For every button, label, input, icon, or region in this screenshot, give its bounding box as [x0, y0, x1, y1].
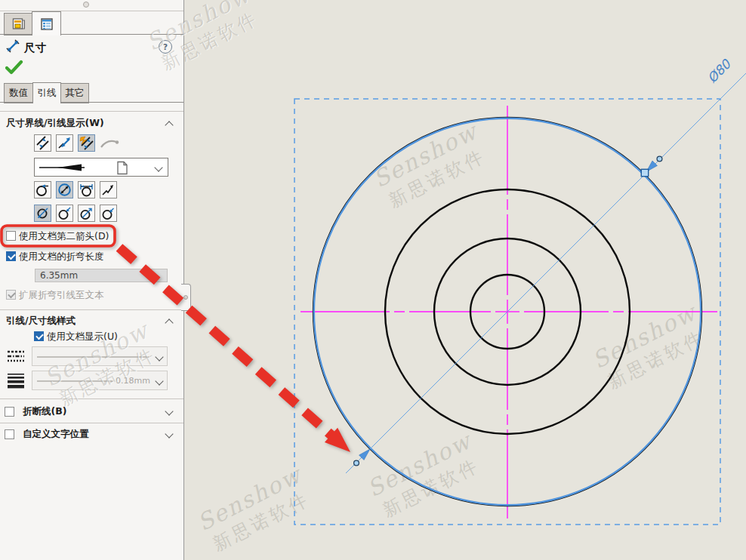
- arrow-inside-button[interactable]: [56, 181, 73, 198]
- second-arrow-label[interactable]: 使用文档第二箭头(D): [19, 230, 109, 243]
- custom-text-checkbox[interactable]: [5, 429, 14, 439]
- smart-witness-button[interactable]: [78, 134, 95, 152]
- jogged-leader-icon: [101, 183, 116, 197]
- arrow-handle-lower: [354, 460, 359, 466]
- pm-tab-strip-line: [0, 34, 183, 35]
- custom-text-title[interactable]: 自定义文字位置: [23, 428, 89, 441]
- panel-resize-handle[interactable]: [83, 2, 89, 8]
- watermark: Senshow 新思诺软件: [587, 298, 713, 395]
- dropdown-chevron-icon: [154, 164, 163, 173]
- smart-witness-icon: [79, 136, 94, 150]
- watermark: Senshow 新思诺软件: [362, 426, 488, 523]
- solid-arrow-left-icon: [38, 162, 91, 174]
- parameters-tab-icon: [12, 17, 26, 31]
- dropdown-chevron-icon: [155, 377, 164, 386]
- line-thickness-value: 0.18mm: [116, 376, 150, 386]
- tab-leaders-label: 引线: [38, 87, 57, 100]
- outside-witness-button[interactable]: [34, 134, 51, 152]
- section-divider: [0, 111, 183, 112]
- use-doc-display-label[interactable]: 使用文档显示(U): [47, 331, 118, 343]
- dimension-text[interactable]: Ø80: [704, 55, 735, 85]
- tab-other-label: 其它: [66, 87, 85, 100]
- collapse-witness-icon[interactable]: [165, 118, 174, 128]
- use-doc-display-checkbox[interactable]: [34, 331, 44, 341]
- line-thickness-dropdown: 0.18mm: [32, 371, 168, 390]
- second-arrow-checkbox[interactable]: [6, 231, 16, 241]
- section-divider: [0, 309, 183, 310]
- expand-custom-text-icon[interactable]: [165, 430, 174, 439]
- extend-bent-label: 扩展折弯引线至文本: [19, 289, 104, 302]
- expand-break-lines-icon[interactable]: [165, 408, 174, 417]
- witness-section-title: 尺寸界线/引线显示(W): [6, 117, 104, 130]
- arrow-style-dropdown[interactable]: [34, 158, 168, 177]
- section-divider: [0, 423, 183, 423]
- section-divider: [0, 398, 183, 399]
- dimension-icon: [5, 38, 20, 54]
- line-style-icon: [6, 348, 26, 365]
- parameters-tab[interactable]: [4, 13, 33, 35]
- break-lines-title[interactable]: 折断线(B): [23, 405, 66, 418]
- panel-top-divider: [0, 11, 183, 11]
- leader-style-section-title: 引线/尺寸线样式: [6, 315, 76, 328]
- line-thickness-preview: [37, 380, 113, 383]
- arrow-inside-icon: [57, 183, 72, 197]
- diameter-arrow-in-button[interactable]: [56, 205, 73, 222]
- property-manager-panel: Senshow 新思诺软件: [0, 0, 184, 560]
- diameter-open-arrow-icon: [79, 206, 94, 220]
- arrow-outside-button[interactable]: [34, 181, 51, 198]
- extend-bent-checkbox: [6, 290, 16, 300]
- dimension-properties-tab[interactable]: [32, 11, 61, 35]
- bend-length-checkbox[interactable]: [6, 251, 16, 261]
- line-thickness-icon: [6, 372, 26, 389]
- leader-witness-button[interactable]: [56, 134, 73, 152]
- ok-check-icon[interactable]: [5, 60, 23, 75]
- jogged-leader-button[interactable]: [100, 181, 117, 198]
- panel-splitter-handle[interactable]: [181, 284, 191, 311]
- bent-leader-disabled-icon: [100, 136, 119, 151]
- diameter-open-arrow-button[interactable]: [78, 205, 95, 222]
- tab-value-label: 数值: [9, 87, 28, 100]
- bend-length-label[interactable]: 使用文档的折弯长度: [19, 251, 104, 263]
- arrow-outside-icon: [35, 183, 50, 197]
- arrow-handle-upper: [657, 156, 662, 162]
- help-icon[interactable]: ?: [159, 40, 172, 54]
- diameter-hook-arrow-button[interactable]: [100, 205, 117, 222]
- collapse-leader-style-icon[interactable]: [165, 316, 174, 325]
- bend-length-field: 6.35mm: [35, 269, 168, 282]
- property-list-icon: [40, 17, 54, 31]
- watermark: Senshow 新思诺软件: [193, 460, 318, 557]
- leader-witness-icon: [57, 136, 72, 150]
- diameter-dimension-line[interactable]: [346, 73, 746, 473]
- tab-other[interactable]: 其它: [60, 83, 89, 103]
- dimension-arrow-lower[interactable]: [354, 449, 370, 466]
- diameter-hook-arrow-icon: [101, 206, 116, 220]
- break-lines-checkbox[interactable]: [5, 407, 14, 417]
- line-style-dropdown: [32, 346, 168, 366]
- outside-witness-icon: [35, 136, 50, 150]
- splitter-dot-icon: [183, 295, 188, 300]
- panel-title: 尺寸: [24, 41, 46, 55]
- attach-point-handle[interactable]: [641, 169, 648, 176]
- diameter-leader-through-button[interactable]: [34, 205, 51, 222]
- tab-value[interactable]: 数值: [4, 83, 33, 103]
- document-icon: [116, 161, 129, 175]
- line-style-preview: [37, 355, 149, 358]
- diameter-arrow-in-icon: [57, 206, 72, 220]
- tab-strip-line: [0, 102, 183, 103]
- watermark: Senshow 新思诺软件: [368, 117, 494, 214]
- drawing-viewport[interactable]: Senshow 新思诺软件 Senshow 新思诺软件 Senshow 新思诺软…: [184, 0, 746, 560]
- app-window: Senshow 新思诺软件 Senshow 新思诺软件 Senshow 新思诺软…: [0, 0, 746, 560]
- arrows-across-button[interactable]: [78, 181, 95, 198]
- tab-leaders[interactable]: 引线: [32, 82, 61, 103]
- dropdown-chevron-icon: [155, 353, 164, 362]
- diameter-leader-through-icon: [35, 206, 50, 220]
- arrows-across-icon: [79, 183, 94, 197]
- drawing-canvas: Senshow 新思诺软件 Senshow 新思诺软件 Senshow 新思诺软…: [184, 0, 746, 560]
